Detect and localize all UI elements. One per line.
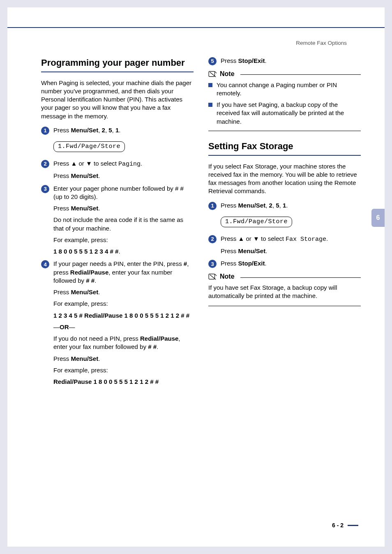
step-3-p5: 1 8 0 0 5 5 5 1 2 3 4 # #. xyxy=(53,247,194,256)
step-1: 1 Press Menu/Set, 2, 5, 1. xyxy=(41,126,194,135)
step-badge-1: 1 xyxy=(208,202,217,210)
step-4-p6: Press Menu/Set. xyxy=(53,355,194,363)
note-rule xyxy=(240,277,361,278)
fs-step-1: 1 Press Menu/Set, 2, 5, 1. xyxy=(208,201,361,210)
step-4-p1: If your pager needs a PIN, enter the PIN… xyxy=(53,260,194,285)
svg-rect-1 xyxy=(209,274,214,279)
step-4-p2: Press Menu/Set. xyxy=(53,288,194,296)
step-badge-4: 4 xyxy=(41,260,49,268)
fs-step-3: 3 Press Stop/Exit. xyxy=(208,259,361,268)
step-badge-3: 3 xyxy=(41,185,49,193)
note-icon xyxy=(208,273,217,280)
step-3-p1: Enter your pager phone number followed b… xyxy=(53,185,194,201)
right-column: 5 Press Stop/Exit. Note You cannot chang… xyxy=(208,57,361,390)
fs-step-2-line2: Press Menu/Set. xyxy=(221,247,361,255)
fs-step-2-line1: Press ▲ or ▼ to select Fax Storage. xyxy=(221,235,361,244)
svg-rect-0 xyxy=(209,71,214,76)
note-1-list: You cannot change a Paging number or PIN… xyxy=(208,81,361,126)
step-4-p8: Redial/Pause 1 8 0 0 5 5 5 1 2 1 2 # # xyxy=(53,378,194,386)
footer-bar-icon xyxy=(348,525,358,526)
top-rule xyxy=(7,27,385,28)
step-4-or: —OR— xyxy=(53,323,194,331)
step-badge-2: 2 xyxy=(41,160,49,168)
step-badge-2: 2 xyxy=(208,235,217,243)
step-2: 2 Press ▲ or ▼ to select Paging. Press M… xyxy=(41,159,194,180)
heading-programming-pager: Programming your pager number xyxy=(41,57,194,69)
section-divider xyxy=(208,131,361,131)
note-1-item-1: You cannot change a Paging number or PIN… xyxy=(208,81,361,98)
heading-fax-storage: Setting Fax Storage xyxy=(208,140,361,152)
left-column: Programming your pager number When Pagin… xyxy=(41,57,194,390)
step-4-p7: For example, press: xyxy=(53,366,194,374)
step-4-p3: For example, press: xyxy=(53,300,194,308)
fax-storage-intro: If you select Fax Storage, your machine … xyxy=(208,162,361,196)
step-3-p4: For example, press: xyxy=(53,236,194,244)
note-2-text: If you have set Fax Storage, a backup co… xyxy=(208,284,361,300)
note-icon xyxy=(208,70,217,78)
footer: 6 - 2 xyxy=(332,522,358,529)
step-badge-5: 5 xyxy=(208,57,217,65)
bullet-square-icon xyxy=(208,103,212,107)
note-1-item-2: If you have set Paging, a backup copy of… xyxy=(208,101,361,126)
chapter-tab: 6 xyxy=(371,209,385,227)
step-4-p4: 1 2 3 4 5 # Redial/Pause 1 8 0 0 5 5 5 1… xyxy=(53,312,194,320)
lcd-display-2: 1.Fwd/Page/Store xyxy=(221,214,361,231)
step-badge-3: 3 xyxy=(208,260,217,268)
step-badge-1: 1 xyxy=(41,127,49,135)
heading-rule xyxy=(41,72,194,72)
step-2-line2: Press Menu/Set. xyxy=(53,172,194,180)
content: Programming your pager number When Pagin… xyxy=(7,7,385,390)
page: Remote Fax Options 6 Programming your pa… xyxy=(7,7,385,547)
lcd-display-1: 1.Fwd/Page/Store xyxy=(53,139,194,156)
step-2-line1: Press ▲ or ▼ to select Paging. xyxy=(53,159,194,169)
note-label: Note xyxy=(220,272,235,281)
heading-rule xyxy=(208,155,361,156)
step-1-text: Press Menu/Set, 2, 5, 1. xyxy=(53,126,194,134)
step-4-p5: If you do not need a PIN, press Redial/P… xyxy=(53,335,194,351)
step-5-text: Press Stop/Exit. xyxy=(221,57,361,65)
header-section: Remote Fax Options xyxy=(296,39,347,47)
fs-step-3-text: Press Stop/Exit. xyxy=(221,259,361,268)
step-3-p3: Do not include the area code if it is th… xyxy=(53,216,194,233)
step-5: 5 Press Stop/Exit. xyxy=(208,57,361,65)
intro-paragraph: When Paging is selected, your machine di… xyxy=(41,79,194,120)
note-label: Note xyxy=(220,69,235,78)
step-3: 3 Enter your pager phone number followed… xyxy=(41,185,194,256)
note-rule xyxy=(240,74,361,75)
note-heading-1: Note xyxy=(208,69,361,78)
fs-step-2: 2 Press ▲ or ▼ to select Fax Storage. Pr… xyxy=(208,235,361,256)
step-3-p2: Press Menu/Set. xyxy=(53,204,194,212)
page-number: 6 - 2 xyxy=(332,522,344,529)
bullet-square-icon xyxy=(208,83,212,87)
fs-step-1-text: Press Menu/Set, 2, 5, 1. xyxy=(221,201,361,210)
note-heading-2: Note xyxy=(208,272,361,281)
section-divider xyxy=(208,306,361,306)
step-4: 4 If your pager needs a PIN, enter the P… xyxy=(41,260,194,386)
